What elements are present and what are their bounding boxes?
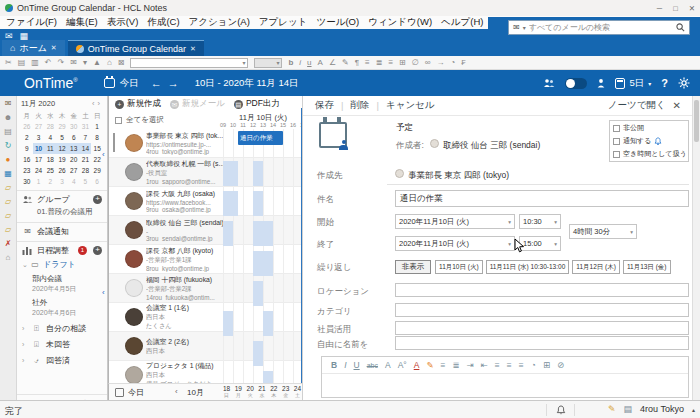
- status-location-icon[interactable]: ▤: [624, 404, 633, 414]
- custom2-input[interactable]: [395, 336, 689, 350]
- option-row-2[interactable]: 空き時間として扱う: [613, 149, 685, 159]
- tab-ontime[interactable]: OnTime Group Calendar ✕: [68, 40, 204, 56]
- search-scope-caret-icon[interactable]: ▾: [523, 24, 526, 31]
- format-icon-11[interactable]: ∅: [412, 58, 419, 67]
- end-date-select[interactable]: 2020年11月10日 (火)▾: [395, 236, 515, 251]
- search-input[interactable]: すべてのメールの検索: [529, 22, 673, 33]
- date-strip-day[interactable]: 23金: [280, 385, 291, 398]
- format-icon-1[interactable]: i: [299, 58, 301, 67]
- draft-item-1[interactable]: 社外2020年4月6日: [17, 296, 107, 320]
- mini-calendar-day[interactable]: 1: [33, 176, 45, 187]
- bookmark-icon-7[interactable]: ▱: [5, 197, 11, 206]
- editor-icon-1[interactable]: I: [344, 360, 346, 370]
- mini-calendar-day[interactable]: 27: [68, 165, 80, 176]
- format-icon-3[interactable]: A: [318, 58, 323, 67]
- option-row-0[interactable]: 非公開: [613, 123, 685, 133]
- today-calendar-icon[interactable]: [104, 78, 115, 88]
- sidebar-item-unanswered[interactable]: › ⍗ 未回答: [17, 336, 107, 352]
- editor-icon-3[interactable]: abc: [367, 362, 378, 369]
- option-checkbox-0[interactable]: [613, 125, 620, 132]
- group-view-icon[interactable]: [543, 78, 555, 88]
- mini-calendar-day[interactable]: 26: [56, 165, 68, 176]
- mini-calendar-day[interactable]: 4: [44, 132, 56, 143]
- mini-calendar-day[interactable]: 31: [80, 121, 92, 132]
- subject-input[interactable]: 通日の作業: [395, 190, 689, 207]
- repeat-hide-button[interactable]: 非表示: [395, 260, 431, 274]
- format-icon-4[interactable]: ∠: [329, 58, 336, 67]
- person-view-icon[interactable]: [597, 78, 605, 88]
- mini-calendar-day[interactable]: 27: [33, 121, 45, 132]
- toolbar-icon-8[interactable]: ⌂: [107, 58, 112, 67]
- toolbar-icon-1[interactable]: ▤: [18, 58, 26, 67]
- mini-calendar-day[interactable]: 1: [91, 121, 103, 132]
- select-all-row[interactable]: 全てを選択: [115, 115, 164, 125]
- mini-calendar-day[interactable]: 28: [44, 121, 56, 132]
- mini-calendar-day[interactable]: 28: [80, 165, 92, 176]
- mini-calendar-day[interactable]: 14: [80, 143, 92, 154]
- editor-icon-4[interactable]: A: [385, 360, 391, 370]
- close-form-icon[interactable]: ✕: [673, 100, 681, 111]
- start-time-select[interactable]: 10:30▾: [519, 214, 561, 229]
- bookmark-icon-1[interactable]: ☻: [4, 113, 12, 122]
- select-all-checkbox[interactable]: [115, 117, 122, 124]
- format-icon-14[interactable]: ◔: [450, 58, 455, 67]
- mini-calendar-day[interactable]: 2: [21, 132, 33, 143]
- mini-calendar-day[interactable]: 20: [68, 154, 80, 165]
- mini-calendar-day[interactable]: 4: [68, 176, 80, 187]
- mini-calendar-day[interactable]: 26: [21, 121, 33, 132]
- splitter-collapse-icon[interactable]: ‹: [102, 150, 105, 159]
- busy-block[interactable]: [253, 161, 263, 186]
- maximize-button[interactable]: □: [673, 4, 678, 13]
- format-icon-5[interactable]: ✎: [342, 58, 349, 67]
- minimize-button[interactable]: ─: [657, 4, 662, 13]
- menu-item-0[interactable]: ファイル(F): [6, 16, 57, 29]
- menu-item-2[interactable]: 表示(V): [107, 16, 139, 29]
- status-user-caret-icon[interactable]: ▴: [692, 406, 695, 413]
- today-button[interactable]: 今日: [120, 77, 139, 90]
- mini-calendar-day[interactable]: 29: [56, 121, 68, 132]
- mini-calendar-day[interactable]: 6: [91, 176, 103, 187]
- editor-icon-0[interactable]: B: [331, 360, 337, 370]
- mini-calendar-day[interactable]: 7: [80, 132, 92, 143]
- draft-item-0[interactable]: 部内会議2020年4月5日: [17, 272, 107, 296]
- end-time-select[interactable]: 15:00▾: [519, 236, 561, 251]
- delete-button[interactable]: 削除: [350, 99, 369, 112]
- mini-calendar-day[interactable]: 13: [68, 143, 80, 154]
- date-strip-prev-icon[interactable]: ‹: [175, 387, 178, 396]
- editor-icon-10[interactable]: ⇥: [467, 360, 474, 370]
- bookmark-icon-3[interactable]: ↻: [5, 141, 12, 150]
- toolbar-icon-4[interactable]: ↷: [58, 58, 65, 67]
- format-icon-15[interactable]: ₣: [461, 58, 465, 67]
- mini-calendar-day[interactable]: 8: [91, 132, 103, 143]
- editor-icon-14[interactable]: ≡: [519, 360, 524, 370]
- mini-calendar-day[interactable]: 11: [44, 143, 56, 154]
- editor-icon-2[interactable]: U: [354, 360, 360, 370]
- settings-gear-icon[interactable]: [678, 77, 690, 89]
- menu-item-8[interactable]: ヘルプ(H): [441, 16, 483, 29]
- save-button[interactable]: 保存: [315, 99, 334, 112]
- toolbar-combo-style[interactable]: ▾: [130, 58, 248, 68]
- location-input[interactable]: [395, 283, 689, 297]
- category-input[interactable]: [395, 303, 689, 317]
- prev-day-button[interactable]: ←: [151, 77, 168, 89]
- busy-block[interactable]: [253, 191, 263, 216]
- open-in-notes-button[interactable]: ノーツで開く: [608, 99, 666, 112]
- sidebar-section-adjust[interactable]: 日程調整 1 +: [17, 242, 107, 258]
- busy-block[interactable]: [253, 221, 273, 246]
- start-date-select[interactable]: 2020年11月10日 (火)▾: [395, 214, 515, 229]
- next-day-button[interactable]: →: [168, 77, 185, 89]
- mini-calendar-day[interactable]: 16: [21, 154, 33, 165]
- busy-block[interactable]: [223, 311, 233, 336]
- tab-ontime-close-icon[interactable]: ✕: [190, 45, 196, 53]
- splitter-collapse-icon-2[interactable]: ‹: [102, 288, 105, 297]
- bookmark-icon-9[interactable]: ▱: [5, 225, 11, 234]
- sidebar-item-answered[interactable]: › ⍻ 回答済: [17, 352, 107, 368]
- option-checkbox-1[interactable]: [613, 138, 620, 145]
- scrollbar-thumb[interactable]: [694, 100, 699, 142]
- busy-block[interactable]: [223, 161, 238, 186]
- mini-calendar-day[interactable]: 3: [56, 176, 68, 187]
- menu-item-4[interactable]: アクション(A): [189, 16, 250, 29]
- mini-calendar-day[interactable]: 21: [80, 154, 92, 165]
- date-strip-day[interactable]: 18日: [221, 385, 232, 398]
- mini-calendar-day[interactable]: 30: [68, 121, 80, 132]
